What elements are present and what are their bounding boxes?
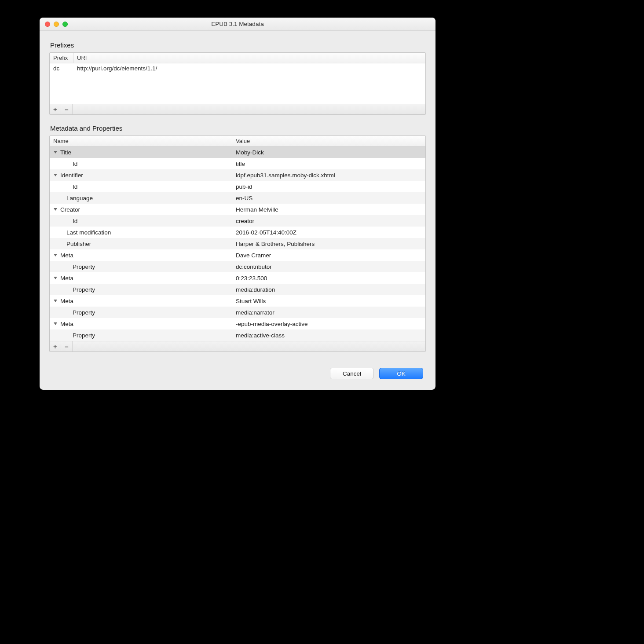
value-cell: title	[232, 161, 425, 167]
row-name: Property	[73, 309, 95, 316]
table-row[interactable]: Propertymedia:active-class	[50, 329, 425, 341]
metadata-panel: Name Value TitleMoby-DickIdtitleIdentifi…	[49, 135, 426, 352]
name-cell: Meta	[50, 252, 232, 259]
disclosure-triangle-icon[interactable]	[52, 149, 59, 155]
table-row[interactable]: MetaStuart Wills	[50, 295, 425, 307]
table-row[interactable]: Idcreator	[50, 215, 425, 227]
remove-prefix-button[interactable]: –	[61, 104, 73, 114]
row-name: Meta	[60, 298, 73, 304]
indent-spacer	[52, 263, 59, 270]
indent-spacer	[52, 241, 59, 247]
indent-spacer	[52, 161, 59, 167]
row-name: Publisher	[66, 241, 91, 247]
titlebar: EPUB 3.1 Metadata	[40, 18, 435, 31]
add-prefix-button[interactable]: +	[50, 104, 61, 114]
prefixes-header-prefix[interactable]: Prefix	[50, 53, 73, 63]
prefixes-toolbar: + –	[50, 104, 425, 114]
name-cell: Meta	[50, 321, 232, 327]
row-name: Creator	[60, 206, 80, 213]
row-name: Language	[66, 195, 93, 201]
metadata-toolbar: + –	[50, 341, 425, 351]
table-row[interactable]: CreatorHerman Melville	[50, 204, 425, 215]
prefixes-section-label: Prefixes	[50, 41, 426, 49]
name-cell: Property	[50, 309, 232, 316]
prefix-row[interactable]: dc http://purl.org/dc/elements/1.1/	[50, 63, 425, 73]
name-cell: Publisher	[50, 241, 232, 247]
row-name: Meta	[60, 321, 73, 327]
remove-metadata-button[interactable]: –	[61, 341, 73, 351]
value-cell: Harper & Brothers, Publishers	[232, 241, 425, 247]
name-cell: Language	[50, 195, 232, 201]
table-row[interactable]: MetaDave Cramer	[50, 249, 425, 261]
prefix-cell: dc	[53, 65, 77, 72]
window-title: EPUB 3.1 Metadata	[40, 21, 435, 27]
name-cell: Id	[50, 183, 232, 190]
table-row[interactable]: Propertydc:contributor	[50, 261, 425, 272]
disclosure-triangle-icon[interactable]	[52, 321, 59, 327]
prefixes-body[interactable]: dc http://purl.org/dc/elements/1.1/	[50, 63, 425, 104]
value-cell: en-US	[232, 195, 425, 201]
value-cell: 2016-02-05T14:40:00Z	[232, 229, 425, 236]
value-cell: Moby-Dick	[232, 149, 425, 156]
disclosure-triangle-icon[interactable]	[52, 275, 59, 281]
name-cell: Property	[50, 263, 232, 270]
value-cell: Dave Cramer	[232, 252, 425, 259]
row-name: Last modification	[66, 229, 111, 236]
value-cell: dc:contributor	[232, 263, 425, 270]
prefixes-header-row: Prefix URI	[50, 53, 425, 63]
name-cell: Property	[50, 332, 232, 339]
name-cell: Last modification	[50, 229, 232, 236]
table-row[interactable]: Idpub-id	[50, 181, 425, 192]
name-cell: Creator	[50, 206, 232, 213]
metadata-header-value[interactable]: Value	[232, 136, 425, 146]
table-row[interactable]: Meta-epub-media-overlay-active	[50, 318, 425, 329]
indent-spacer	[52, 332, 59, 338]
table-row[interactable]: Meta0:23:23.500	[50, 272, 425, 284]
disclosure-triangle-icon[interactable]	[52, 298, 59, 304]
name-cell: Title	[50, 149, 232, 156]
indent-spacer	[52, 309, 59, 315]
value-cell: creator	[232, 218, 425, 224]
value-cell: 0:23:23.500	[232, 275, 425, 282]
value-cell: Stuart Wills	[232, 298, 425, 304]
disclosure-triangle-icon[interactable]	[52, 206, 59, 212]
value-cell: idpf.epub31.samples.moby-dick.xhtml	[232, 172, 425, 179]
indent-spacer	[52, 183, 59, 190]
name-cell: Id	[50, 218, 232, 224]
row-name: Title	[60, 149, 71, 156]
value-cell: -epub-media-overlay-active	[232, 321, 425, 327]
table-row[interactable]: Last modification2016-02-05T14:40:00Z	[50, 227, 425, 238]
row-name: Property	[73, 263, 95, 270]
metadata-body[interactable]: TitleMoby-DickIdtitleIdentifieridpf.epub…	[50, 146, 425, 341]
name-cell: Meta	[50, 275, 232, 282]
cancel-button[interactable]: Cancel	[330, 368, 374, 379]
row-name: Meta	[60, 252, 73, 259]
add-metadata-button[interactable]: +	[50, 341, 61, 351]
table-row[interactable]: PublisherHarper & Brothers, Publishers	[50, 238, 425, 249]
row-name: Property	[73, 332, 95, 339]
table-row[interactable]: TitleMoby-Dick	[50, 146, 425, 158]
metadata-header-name[interactable]: Name	[50, 136, 232, 146]
name-cell: Meta	[50, 298, 232, 304]
dialog-window: EPUB 3.1 Metadata Prefixes Prefix URI dc…	[40, 18, 435, 390]
prefixes-header-uri[interactable]: URI	[73, 53, 425, 63]
indent-spacer	[52, 229, 59, 235]
value-cell: media:duration	[232, 286, 425, 293]
content-area: Prefixes Prefix URI dc http://purl.org/d…	[40, 31, 435, 390]
prefixes-panel: Prefix URI dc http://purl.org/dc/element…	[49, 52, 426, 115]
ok-button[interactable]: OK	[379, 368, 423, 379]
disclosure-triangle-icon[interactable]	[52, 252, 59, 258]
table-row[interactable]: Propertymedia:duration	[50, 284, 425, 295]
table-row[interactable]: Identifieridpf.epub31.samples.moby-dick.…	[50, 169, 425, 181]
table-row[interactable]: Idtitle	[50, 158, 425, 169]
value-cell: media:narrator	[232, 309, 425, 316]
name-cell: Property	[50, 286, 232, 293]
disclosure-triangle-icon[interactable]	[52, 172, 59, 178]
table-row[interactable]: Propertymedia:narrator	[50, 307, 425, 318]
uri-cell: http://purl.org/dc/elements/1.1/	[77, 65, 422, 72]
metadata-section-label: Metadata and Properties	[50, 124, 426, 132]
value-cell: media:active-class	[232, 332, 425, 339]
table-row[interactable]: Languageen-US	[50, 192, 425, 204]
row-name: Id	[73, 218, 77, 224]
row-name: Meta	[60, 275, 73, 282]
